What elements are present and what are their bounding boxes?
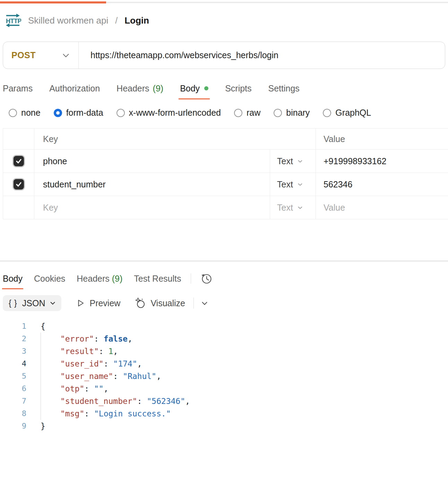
history-button[interactable] (200, 272, 213, 285)
key-column-header: Key (34, 129, 316, 149)
tab-params[interactable]: Params (3, 83, 33, 94)
type-dropdown[interactable]: Text (270, 196, 316, 219)
mode-none[interactable]: none (9, 108, 41, 118)
line-number: 3 (0, 345, 26, 358)
url-text: https://theteamapp.com/webservices_herbs… (91, 50, 278, 60)
preview-label: Preview (89, 298, 120, 308)
mode-x-www-form-urlencoded[interactable]: x-www-form-urlencoded (117, 108, 221, 118)
code-line-3: 3"result": 1, (0, 345, 448, 358)
key-text: phone (43, 156, 67, 166)
tab-headers[interactable]: Headers(9) (117, 83, 163, 94)
line-number: 9 (0, 420, 26, 432)
http-request-icon: HTTP (5, 12, 21, 28)
tab-body[interactable]: Body (180, 83, 208, 94)
response-format-dropdown[interactable]: { } JSON (3, 295, 61, 311)
code-text: "student_number": "562346", (41, 395, 190, 407)
preview-button[interactable]: Preview (76, 298, 120, 308)
token-punct: , (156, 372, 161, 381)
token-punct: : (84, 384, 94, 393)
code-text: { (41, 320, 45, 333)
table-header-row: Key Value (3, 129, 448, 149)
tab-label: Settings (268, 83, 300, 94)
type-dropdown[interactable]: Text (270, 150, 316, 173)
toolbar-divider (193, 298, 194, 309)
mode-binary[interactable]: binary (274, 108, 310, 118)
value-text: +919998933162 (324, 156, 386, 166)
mode-form-data[interactable]: form-data (54, 108, 103, 118)
value-cell[interactable]: +919998933162 (316, 150, 448, 173)
more-options-chevron[interactable] (201, 301, 208, 305)
radio-selected-icon (54, 109, 62, 117)
response-tab-count-badge: (9) (112, 274, 123, 283)
code-text: "otp": "", (41, 382, 109, 395)
token-str: "Rahul" (123, 372, 156, 381)
type-chevron (298, 206, 303, 209)
response-tab-cookies[interactable]: Cookies (34, 274, 65, 284)
response-tab-label: Test Results (134, 274, 181, 283)
token-str: "174" (113, 359, 137, 368)
method-dropdown[interactable]: POST (3, 42, 79, 69)
token-punct: : (137, 397, 147, 406)
request-response-divider (0, 260, 448, 262)
tab-authorization[interactable]: Authorization (49, 83, 100, 94)
type-chevron (298, 183, 303, 186)
value-cell[interactable]: Value (316, 196, 448, 219)
checkbox-checked[interactable] (14, 156, 24, 166)
form-row-phone: phoneText+919998933162 (3, 149, 448, 173)
response-tab-label: Body (3, 274, 23, 283)
value-column-header: Value (316, 129, 448, 149)
radio-icon (9, 109, 17, 117)
url-input[interactable]: https://theteamapp.com/webservices_herbs… (79, 42, 445, 69)
chevron-down-icon (62, 53, 69, 58)
tab-settings[interactable]: Settings (268, 83, 300, 94)
code-line-2: 2"error": false, (0, 333, 448, 345)
token-punct: : (113, 372, 123, 381)
code-line-1: 1{ (0, 320, 448, 333)
token-str: "562346" (147, 397, 185, 406)
token-punct: : (94, 334, 104, 343)
token-punct: : (104, 359, 113, 368)
value-cell[interactable]: 562346 (316, 173, 448, 196)
token-key: "otp" (60, 384, 84, 393)
request-url-bar: POST https://theteamapp.com/webservices_… (3, 42, 445, 69)
key-header-label: Key (43, 134, 58, 144)
key-cell[interactable]: student_number (34, 173, 270, 196)
token-brace: { (41, 322, 45, 331)
mode-graphql[interactable]: GraphQL (323, 108, 371, 118)
chevron-down-icon (298, 160, 303, 163)
mode-label: binary (286, 108, 310, 118)
response-tab-body[interactable]: Body (3, 274, 23, 284)
breadcrumb-collection[interactable]: Skilled workmen api (28, 15, 108, 26)
chevron-down-icon (298, 183, 303, 186)
mode-raw[interactable]: raw (234, 108, 260, 118)
breadcrumb-request-name[interactable]: Login (124, 15, 149, 26)
type-chevron (298, 160, 303, 163)
tab-scripts[interactable]: Scripts (225, 83, 251, 94)
response-tab-test-results[interactable]: Test Results (134, 274, 181, 284)
play-icon (76, 299, 85, 308)
mode-label: none (21, 108, 41, 118)
line-number: 7 (0, 395, 26, 407)
response-tab-headers[interactable]: Headers (9) (77, 274, 122, 284)
chevron-down-icon (298, 206, 303, 209)
key-cell[interactable]: phone (34, 150, 270, 173)
code-line-4: 4"user_id": "174", (0, 358, 448, 370)
token-key: "error" (60, 334, 94, 343)
code-text: "result": 1, (41, 345, 118, 358)
visualize-button[interactable]: Visualize (135, 298, 185, 309)
token-brace: } (41, 422, 45, 431)
token-punct: : (84, 409, 94, 418)
type-dropdown[interactable]: Text (270, 173, 316, 196)
radio-icon (117, 109, 125, 117)
code-line-5: 5"user_name": "Rahul", (0, 370, 448, 382)
tab-label: Headers (117, 83, 149, 94)
mode-label: GraphQL (335, 108, 371, 118)
key-cell[interactable]: Key (34, 196, 270, 219)
line-number: 1 (0, 320, 26, 333)
format-label: JSON (22, 298, 45, 308)
checkbox-cell (3, 173, 34, 196)
form-data-table: Key Value phoneText+919998933162student_… (3, 128, 448, 219)
checkbox-checked[interactable] (14, 179, 24, 189)
token-key: "student_number" (60, 397, 137, 406)
code-text: } (41, 420, 45, 432)
